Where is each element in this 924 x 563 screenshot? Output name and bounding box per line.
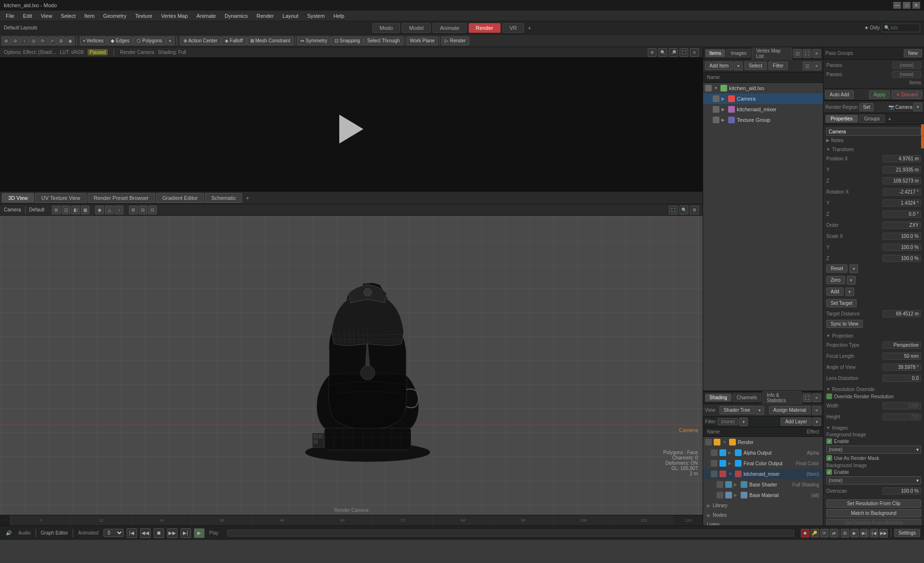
step-back-btn[interactable]: ◀◀ xyxy=(140,528,151,538)
panel-pin-btn[interactable]: ◫ xyxy=(793,49,802,58)
set-btn[interactable]: Set xyxy=(860,103,873,111)
name-field[interactable] xyxy=(826,128,921,136)
expand-mixer[interactable]: ▶ xyxy=(721,107,726,112)
mode-vr[interactable]: VR xyxy=(502,23,524,33)
snapping-btn[interactable]: ⊡ Snapping xyxy=(331,37,363,45)
order-value[interactable]: ZXY xyxy=(883,222,921,229)
shade-vis-material2[interactable] xyxy=(725,492,732,498)
shade-vis-mixer[interactable] xyxy=(711,471,718,477)
menu-animate[interactable]: Animate xyxy=(192,12,219,20)
menu-render[interactable]: Render xyxy=(253,12,278,20)
polygons-btn[interactable]: ⬡ Polygons xyxy=(133,37,166,45)
shading-expand-btn[interactable]: ⛶ xyxy=(803,393,811,402)
item-vis-camera[interactable] xyxy=(713,95,719,102)
tool-btn-6[interactable]: ↗ xyxy=(48,37,56,45)
add-layer-dropdown[interactable]: ▾ xyxy=(812,418,821,426)
shading-tab[interactable]: Shading xyxy=(705,393,732,402)
maximize-btn[interactable]: □ xyxy=(903,2,911,9)
set-res-clip-btn[interactable]: Set Resolution From Clip xyxy=(826,499,921,508)
camera-dropdown[interactable]: ▾ xyxy=(913,103,922,111)
anim-btn[interactable]: ▶ xyxy=(850,529,859,537)
shade-vis-mixer2[interactable] xyxy=(719,471,726,477)
target-dist-value[interactable]: 69.4512 m xyxy=(883,310,921,317)
vertices-btn[interactable]: ▪ Vertices xyxy=(80,37,107,45)
notes-header[interactable]: ▶ Notes xyxy=(826,138,921,143)
menu-file[interactable]: File xyxy=(2,12,18,20)
width-value[interactable]: 1280 xyxy=(883,402,921,409)
mode-plus[interactable]: + xyxy=(526,25,533,31)
lens-dist-value[interactable]: 0.0 xyxy=(883,375,921,382)
overscan-value[interactable]: 100.0 % xyxy=(883,487,921,495)
expand-texture[interactable]: ▶ xyxy=(721,118,726,122)
tab-schematic[interactable]: Schematic xyxy=(205,193,242,203)
vp-draw-1[interactable]: ◉ xyxy=(95,206,104,214)
add-item-btn[interactable]: Add Item xyxy=(705,62,733,70)
render-mask-checkbox[interactable]: ✓ xyxy=(826,455,832,461)
expand-material[interactable]: ▶ xyxy=(734,493,739,498)
window-controls[interactable]: — □ ✕ xyxy=(893,2,920,9)
work-plane-btn[interactable]: Work Plane xyxy=(407,37,438,45)
shading-row-alpha[interactable]: ▶ Alpha Output Alpha xyxy=(703,447,823,458)
mesh-constraint-btn[interactable]: ⊠ Mesh Constraint xyxy=(247,37,294,45)
vp-draw-2[interactable]: △ xyxy=(105,206,114,214)
projection-header[interactable]: ▼ Projection xyxy=(826,333,921,339)
shading-settings-btn[interactable]: ≡ xyxy=(812,393,821,402)
vp-main-settings-btn[interactable]: ⚙ xyxy=(690,206,699,214)
scale-y-value[interactable]: 100.0 % xyxy=(883,244,921,251)
item-vis-texture[interactable] xyxy=(713,117,719,123)
item-row-camera[interactable]: ▶ Camera xyxy=(703,93,823,104)
shade-footer-lights[interactable]: Lights xyxy=(703,520,823,525)
select-btn[interactable]: Select xyxy=(744,62,767,70)
menu-edit[interactable]: Edit xyxy=(19,12,36,20)
menu-vertex-map[interactable]: Vertex Map xyxy=(157,12,192,20)
reset-btn[interactable]: Reset xyxy=(826,264,847,273)
bg-enable-checkbox[interactable]: ✓ xyxy=(826,469,832,475)
bake-btn[interactable]: ⊞ xyxy=(841,529,849,537)
item-vis-mixer[interactable] xyxy=(713,106,719,113)
new-pass-btn[interactable]: New xyxy=(904,49,922,57)
add-layer-btn[interactable]: Add Layer xyxy=(781,418,811,426)
reset-dropdown[interactable]: ▾ xyxy=(849,264,858,273)
key-btn[interactable]: 🔑 xyxy=(810,529,819,537)
auto-add-btn[interactable]: Auto Add xyxy=(825,91,854,99)
scale-z-value[interactable]: 100.0 % xyxy=(883,255,921,262)
panel-settings-btn[interactable]: ≡ xyxy=(812,49,821,58)
shade-vis-material[interactable] xyxy=(717,492,723,498)
loop-btn[interactable]: ⟳ xyxy=(820,529,829,537)
vp-zoom-btn[interactable]: 🔍 xyxy=(658,48,667,57)
expand-camera[interactable]: ▶ xyxy=(721,96,726,101)
shade-vis-final[interactable] xyxy=(711,460,718,467)
tool-btn-1[interactable]: ⊕ xyxy=(2,37,11,45)
proj-type-value[interactable]: Perspective xyxy=(883,341,921,349)
vp-mode-4[interactable]: ▦ xyxy=(81,206,90,214)
rot-y-value[interactable]: 1.4324 ° xyxy=(883,199,921,207)
images-tab[interactable]: Images xyxy=(726,49,751,57)
vp-mode-1[interactable]: ⊞ xyxy=(52,206,61,214)
play-overlay-btn[interactable] xyxy=(339,115,363,144)
rot-z-value[interactable]: 0.0 ° xyxy=(883,210,921,218)
tab-gradient-editor[interactable]: Gradient Editor xyxy=(156,193,204,203)
shader-tree-btn[interactable]: Shader Tree xyxy=(719,406,755,414)
mode-modo[interactable]: Modo xyxy=(372,23,400,33)
symmetry-btn[interactable]: ⇔ Symmetry xyxy=(297,37,331,45)
item-vis-file[interactable] xyxy=(705,85,712,92)
shade-vis-alpha[interactable] xyxy=(711,449,718,456)
next-frame-btn[interactable]: ▶▶ xyxy=(879,529,888,537)
tool-btn-4[interactable]: ◎ xyxy=(29,37,38,45)
stop-btn[interactable]: ⏹ xyxy=(154,528,164,538)
shader-dropdown[interactable]: ▾ xyxy=(756,406,764,415)
bounced-btn[interactable]: ⇄ xyxy=(830,529,838,537)
vp-settings-btn[interactable]: ⚙ xyxy=(648,48,656,57)
menu-select[interactable]: Select xyxy=(57,12,79,20)
tab-3d-view[interactable]: 3D View xyxy=(2,193,34,203)
override-checkbox[interactable] xyxy=(826,393,832,399)
menu-item[interactable]: Item xyxy=(80,12,98,20)
shade-vis-shader[interactable] xyxy=(717,481,723,488)
close-btn[interactable]: ✕ xyxy=(912,2,920,9)
select-through-btn[interactable]: Select Through xyxy=(364,37,403,45)
bg-image-dropdown[interactable]: (none) ▾ xyxy=(826,476,921,484)
vp-mode-3[interactable]: ◧ xyxy=(71,206,80,214)
fg-image-dropdown[interactable]: (none) ▾ xyxy=(826,445,921,454)
shade-footer-nodes[interactable]: ▶ Nodes xyxy=(703,510,823,520)
go-start-btn[interactable]: |◀ xyxy=(127,528,137,538)
